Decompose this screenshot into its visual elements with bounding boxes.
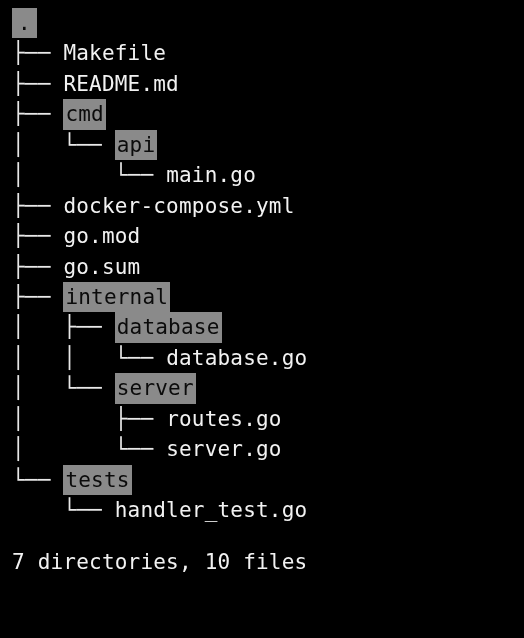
tree-line: │ │ └── database.go xyxy=(12,343,512,373)
directory-name: tests xyxy=(63,465,131,495)
file-name: docker-compose.yml xyxy=(63,194,294,218)
tree-line: └── tests xyxy=(12,465,512,495)
directory-name: database xyxy=(115,312,222,342)
tree-line: │ └── server.go xyxy=(12,434,512,464)
tree-line: │ └── server xyxy=(12,373,512,403)
file-name: main.go xyxy=(166,163,256,187)
file-name: routes.go xyxy=(166,407,282,431)
directory-name: cmd xyxy=(63,99,106,129)
tree-branch-prefix: ├── xyxy=(12,224,63,248)
directory-name: api xyxy=(115,130,158,160)
file-name: database.go xyxy=(166,346,307,370)
tree-line: ├── go.mod xyxy=(12,221,512,251)
tree-line: │ ├── database xyxy=(12,312,512,342)
tree-line: │ ├── routes.go xyxy=(12,404,512,434)
tree-branch-prefix: ├── xyxy=(12,72,63,96)
tree-branch-prefix: │ │ └── xyxy=(12,346,166,370)
tree-line: └── handler_test.go xyxy=(12,495,512,525)
tree-branch-prefix: ├── xyxy=(12,41,63,65)
tree-summary: 7 directories, 10 files xyxy=(12,547,512,577)
tree-branch-prefix: │ ├── xyxy=(12,407,166,431)
tree-branch-prefix: │ └── xyxy=(12,376,115,400)
directory-name: internal xyxy=(63,282,170,312)
file-name: server.go xyxy=(166,437,282,461)
file-name: handler_test.go xyxy=(115,498,308,522)
tree-line: ├── docker-compose.yml xyxy=(12,191,512,221)
tree-branch-prefix: ├── xyxy=(12,255,63,279)
tree-branch-prefix: │ └── xyxy=(12,133,115,157)
file-name: Makefile xyxy=(63,41,166,65)
file-name: go.mod xyxy=(63,224,140,248)
tree-line: ├── internal xyxy=(12,282,512,312)
tree-branch-prefix: ├── xyxy=(12,285,63,309)
file-name: go.sum xyxy=(63,255,140,279)
tree-line: ├── Makefile xyxy=(12,38,512,68)
tree-branch-prefix: ├── xyxy=(12,102,63,126)
file-name: README.md xyxy=(63,72,179,96)
tree-branch-prefix: │ └── xyxy=(12,437,166,461)
tree-line: │ └── main.go xyxy=(12,160,512,190)
directory-tree: ├── Makefile├── README.md├── cmd│ └── ap… xyxy=(12,38,512,525)
tree-branch-prefix: │ └── xyxy=(12,163,166,187)
tree-branch-prefix: └── xyxy=(12,498,115,522)
directory-name: server xyxy=(115,373,196,403)
tree-branch-prefix: │ ├── xyxy=(12,315,115,339)
tree-root: . xyxy=(12,8,512,38)
tree-branch-prefix: ├── xyxy=(12,194,63,218)
tree-line: ├── go.sum xyxy=(12,252,512,282)
tree-line: │ └── api xyxy=(12,130,512,160)
tree-line: ├── cmd xyxy=(12,99,512,129)
root-dot: . xyxy=(12,8,37,38)
tree-line: ├── README.md xyxy=(12,69,512,99)
tree-branch-prefix: └── xyxy=(12,468,63,492)
